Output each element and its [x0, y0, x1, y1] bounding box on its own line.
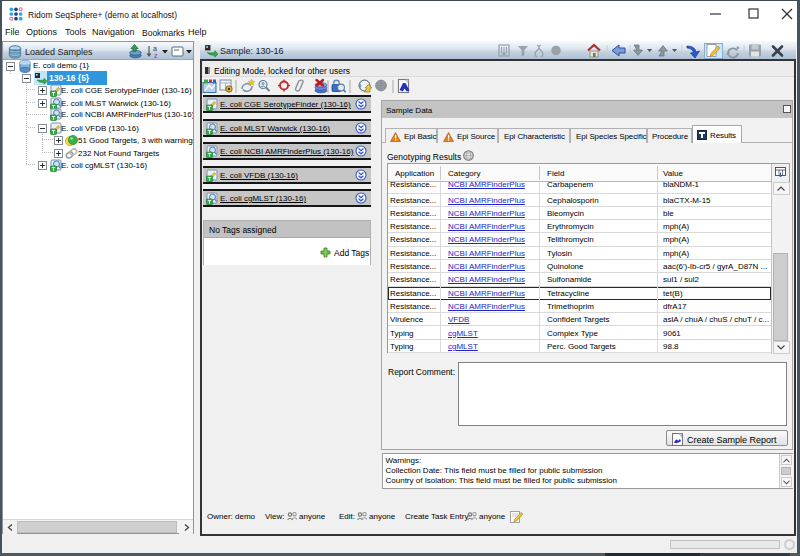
svg-text:a: a [153, 45, 157, 52]
svg-text:z: z [154, 52, 158, 59]
